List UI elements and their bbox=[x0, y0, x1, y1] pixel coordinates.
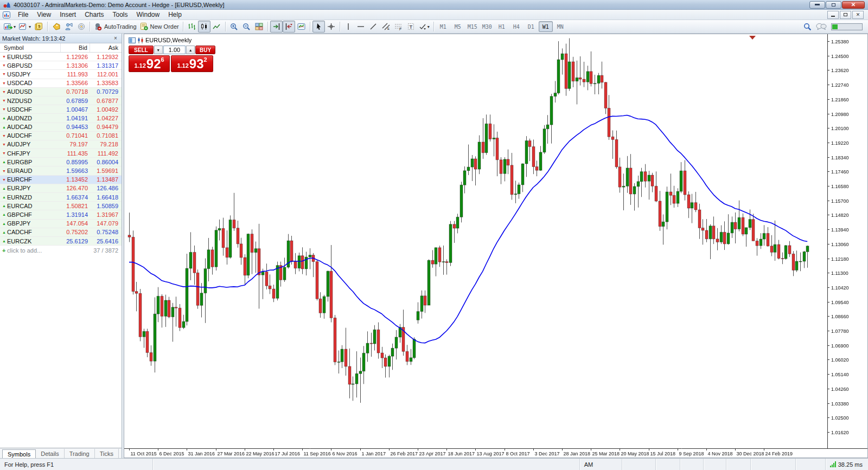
timeframe-h4[interactable]: H4 bbox=[509, 21, 524, 32]
market-watch-row[interactable]: ▲CADCHF0.752020.75248 bbox=[0, 228, 122, 237]
market-watch-row[interactable]: ▼GBPUSD1.313061.31317 bbox=[0, 61, 122, 70]
market-watch-row[interactable]: ▼CHFJPY111.435111.492 bbox=[0, 149, 122, 158]
menu-item-insert[interactable]: Insert bbox=[55, 10, 80, 20]
menu-item-help[interactable]: Help bbox=[164, 10, 186, 20]
zoom-out-button[interactable] bbox=[240, 21, 253, 33]
deposit-button[interactable] bbox=[50, 21, 62, 33]
market-watch-row[interactable]: ▼EURCHF1.134521.13487 bbox=[0, 176, 122, 184]
up-arrow-icon: ▲ bbox=[0, 222, 7, 226]
chart-restore-button[interactable] bbox=[840, 11, 851, 19]
menu-item-file[interactable]: File bbox=[14, 10, 33, 20]
new-chart-button[interactable]: ▾ bbox=[2, 21, 17, 33]
buy-button[interactable]: BUY bbox=[195, 46, 215, 54]
indicators-button[interactable] bbox=[295, 21, 308, 33]
volume-decrease-button[interactable]: ▼ bbox=[154, 46, 163, 54]
tile-windows-button[interactable] bbox=[253, 21, 265, 33]
minimize-button[interactable] bbox=[809, 1, 825, 9]
horizontal-line-tool-button[interactable] bbox=[355, 21, 367, 33]
volume-input[interactable]: 1.00 bbox=[163, 46, 186, 54]
strategy-tester-button[interactable] bbox=[62, 21, 75, 33]
market-watch-row[interactable]: ▼AUDCHF0.710410.71081 bbox=[0, 132, 122, 140]
column-header-symbol[interactable]: Symbol bbox=[0, 43, 61, 52]
market-watch-row[interactable]: ▲GBPCHF1.319141.31967 bbox=[0, 210, 122, 219]
market-watch-row[interactable]: ▼USDCAD1.335661.33583 bbox=[0, 79, 122, 88]
timeframe-m1[interactable]: M1 bbox=[436, 21, 450, 32]
tab-symbols[interactable]: Symbols bbox=[2, 449, 36, 459]
market-watch-close-button[interactable]: × bbox=[112, 35, 119, 41]
market-watch-row[interactable]: ▲EURNZD1.663741.66418 bbox=[0, 193, 122, 202]
market-watch-row[interactable]: ▲GBPJPY147.054147.079 bbox=[0, 220, 122, 228]
text-tool-button[interactable]: T bbox=[405, 21, 417, 33]
community-chat-icon[interactable] bbox=[816, 23, 827, 30]
arrows-tool-button[interactable]: ▾ bbox=[417, 21, 431, 33]
menu-item-tools[interactable]: Tools bbox=[108, 10, 132, 20]
timeframe-m5[interactable]: M5 bbox=[451, 21, 465, 32]
market-watch-row[interactable]: ▲AUDNZD1.041911.04227 bbox=[0, 114, 122, 123]
trendline-tool-button[interactable] bbox=[367, 21, 380, 33]
vertical-line-tool-button[interactable] bbox=[342, 21, 355, 33]
volume-increase-button[interactable]: ▲ bbox=[186, 46, 195, 54]
chart-minimize-button[interactable] bbox=[827, 11, 839, 19]
price-chart-canvas[interactable] bbox=[124, 34, 867, 458]
ask-value: 1.12932 bbox=[90, 54, 122, 60]
timeframe-m30[interactable]: M30 bbox=[480, 21, 494, 32]
auto-scroll-button[interactable] bbox=[270, 21, 283, 33]
market-watch-row[interactable]: ▲EURGBP0.859950.86004 bbox=[0, 158, 122, 166]
search-icon[interactable] bbox=[803, 23, 812, 31]
one-click-trading-panel: SELL ▼ 1.00 ▲ BUY 1.12 92 6 1.12 93 2 bbox=[129, 46, 215, 72]
fibonacci-tool-button[interactable]: F bbox=[392, 21, 405, 33]
candlestick-mode-button[interactable] bbox=[198, 21, 210, 33]
line-chart-mode-button[interactable] bbox=[210, 21, 223, 33]
market-watch-row[interactable]: ▼AUDJPY79.19779.218 bbox=[0, 140, 122, 149]
bar-chart-mode-button[interactable] bbox=[186, 21, 198, 33]
bid-value: 0.67859 bbox=[61, 98, 90, 104]
column-header-ask[interactable]: Ask bbox=[90, 43, 122, 52]
market-watch-row[interactable]: ▲AUDCAD0.944530.94479 bbox=[0, 123, 122, 132]
zoom-in-button[interactable] bbox=[228, 21, 240, 33]
market-watch-row[interactable]: ▼USDJPY111.993112.001 bbox=[0, 70, 122, 79]
tab-ticks[interactable]: Ticks bbox=[95, 449, 119, 458]
timeframe-h1[interactable]: H1 bbox=[495, 21, 509, 32]
cursor-tool-button[interactable] bbox=[312, 21, 325, 33]
timeframe-w1[interactable]: W1 bbox=[539, 21, 553, 32]
down-arrow-icon: ▼ bbox=[0, 90, 7, 94]
chart-shift-button[interactable] bbox=[283, 21, 295, 33]
timeframe-d1[interactable]: D1 bbox=[524, 21, 538, 32]
oneclick-panel-icon[interactable] bbox=[129, 37, 136, 43]
crosshair-tool-button[interactable] bbox=[325, 21, 337, 33]
market-watch-row[interactable]: ▼EURUSD1.129261.12932 bbox=[0, 53, 122, 61]
chart-close-button[interactable]: ✕ bbox=[852, 11, 864, 19]
market-watch-row[interactable]: ▼USDCHF1.004671.00492 bbox=[0, 105, 122, 114]
equidistant-channel-tool-button[interactable]: E bbox=[380, 21, 392, 33]
tab-details[interactable]: Details bbox=[36, 449, 65, 458]
timeframe-m15[interactable]: M15 bbox=[465, 21, 480, 32]
menu-item-window[interactable]: Window bbox=[132, 10, 164, 20]
menu-item-view[interactable]: View bbox=[33, 10, 55, 20]
market-watch-row[interactable]: ▼EURAUD1.596631.59691 bbox=[0, 166, 122, 175]
close-button[interactable]: ✕ bbox=[842, 1, 865, 9]
market-watch-row[interactable]: ▲EURCZK25.612925.6416 bbox=[0, 237, 122, 246]
bid-value: 1.12926 bbox=[61, 54, 90, 60]
auto-scroll-icon bbox=[272, 23, 280, 30]
chart-profiles-button[interactable]: ▾ bbox=[17, 21, 33, 33]
buy-price-box[interactable]: 1.12 93 2 bbox=[171, 55, 213, 72]
status-latency[interactable]: 38.25 ms bbox=[826, 461, 868, 468]
sell-button[interactable]: SELL bbox=[129, 46, 154, 54]
market-watch-row[interactable]: ▼NZDUSD0.678590.67877 bbox=[0, 96, 122, 105]
market-watch-row[interactable]: ▲EURCAD1.508211.50859 bbox=[0, 202, 122, 210]
market-watch-toggle-button[interactable]: $ bbox=[33, 21, 45, 33]
menu-item-charts[interactable]: Charts bbox=[80, 10, 108, 20]
sell-price-box[interactable]: 1.12 92 6 bbox=[129, 55, 170, 72]
market-watch-row[interactable]: ▼AUDUSD0.707180.70729 bbox=[0, 88, 122, 96]
autotrading-button[interactable]: AutoTrading bbox=[92, 21, 138, 33]
new-order-button[interactable]: New Order bbox=[138, 21, 181, 33]
tab-trading[interactable]: Trading bbox=[65, 449, 95, 458]
restore-button[interactable] bbox=[826, 1, 841, 9]
timeframe-mn[interactable]: MN bbox=[553, 21, 567, 32]
bid-value: 25.6129 bbox=[61, 238, 90, 244]
market-button[interactable] bbox=[75, 21, 87, 33]
column-header-bid[interactable]: Bid bbox=[61, 43, 90, 52]
market-watch-row[interactable]: ▲EURJPY126.470126.486 bbox=[0, 184, 122, 193]
new-order-icon bbox=[140, 23, 148, 30]
add-symbol-row[interactable]: + click to add... 37 / 3872 bbox=[0, 246, 122, 255]
